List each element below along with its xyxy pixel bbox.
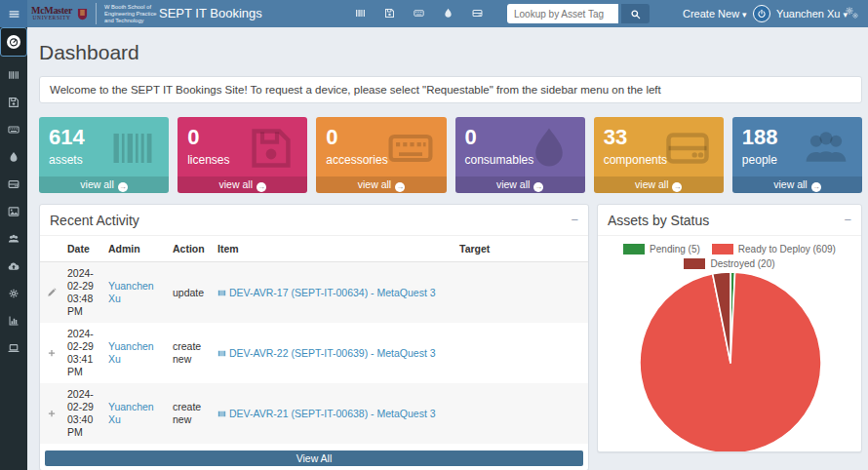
admin-link[interactable]: Yuanchen Xu (108, 401, 154, 425)
laptop-icon (8, 342, 20, 354)
sidebar-item-dashboard[interactable] (0, 27, 27, 57)
cloud-upload-icon (8, 260, 20, 272)
activity-action: update (169, 262, 214, 324)
stat-value: 33 (594, 117, 724, 150)
stat-value: 0 (455, 117, 585, 150)
chart-icon (8, 315, 20, 327)
collapse-button[interactable]: − (571, 214, 578, 226)
panels-row: Recent Activity − Date Admin Action Item… (39, 204, 862, 470)
sidebar-item-assets[interactable] (0, 61, 27, 89)
activity-target (455, 383, 588, 444)
top-navbar: McMaster UNIVERSITY W Booth School of En… (0, 0, 868, 27)
sidebar-item-requestable[interactable] (0, 334, 27, 362)
sidebar-item-components[interactable] (0, 171, 27, 198)
arrow-circle-right-icon: → (811, 182, 821, 192)
activity-date: 2024-02-29 03:41 PM (63, 323, 104, 383)
activity-target (455, 262, 588, 324)
mcmaster-wordmark: McMaster UNIVERSITY (31, 6, 72, 21)
app-title[interactable]: SEPT IT Bookings (159, 6, 262, 20)
activity-table-wrap: Date Admin Action Item Target 2024-02-29… (40, 236, 588, 447)
item-link[interactable]: DEV-AVR-22 (SEPT-IT-00639) - MetaQuest 3 (229, 347, 436, 359)
quick-nav-icons (355, 8, 483, 19)
col-icon (40, 236, 63, 262)
col-date[interactable]: Date (63, 236, 104, 262)
arrow-circle-right-icon: → (256, 182, 266, 192)
table-row: 2024-02-29 03:40 PM Yuanchen Xu create n… (40, 383, 588, 444)
activity-action: create new (169, 383, 214, 444)
view-all-link[interactable]: view all→ (316, 176, 446, 193)
view-all-link[interactable]: view all→ (732, 176, 862, 193)
search-icon (630, 9, 641, 20)
view-all-button[interactable]: View All (45, 450, 583, 466)
stat-label: components (594, 150, 724, 167)
sidebar-item-consumables[interactable] (0, 143, 27, 171)
admin-link[interactable]: Yuanchen Xu (108, 280, 154, 304)
welcome-message: Welcome to the SEPT IT Bookings Site! To… (39, 76, 862, 103)
hamburger-icon (8, 8, 20, 20)
plus-icon (47, 348, 57, 358)
sidebar-item-reports[interactable] (0, 307, 27, 334)
activity-action: create new (169, 323, 214, 383)
user-menu[interactable]: Yuanchen Xu▾ (776, 8, 848, 20)
col-target[interactable]: Target (455, 236, 588, 262)
brand-logo[interactable]: McMaster UNIVERSITY W Booth School of En… (31, 0, 165, 27)
item-link[interactable]: DEV-AVR-17 (SEPT-IT-00634) - MetaQuest 3 (229, 287, 436, 298)
panel-title: Recent Activity (50, 213, 139, 228)
col-action[interactable]: Action (169, 236, 214, 262)
item-link[interactable]: DEV-AVR-21 (SEPT-IT-00638) - MetaQuest 3 (229, 408, 436, 419)
sidebar-item-people[interactable] (0, 225, 27, 253)
stat-value: 0 (316, 117, 446, 150)
assets-by-status-panel: Assets by Status − Pending (5)Ready to D… (597, 204, 862, 452)
droplet-icon (8, 151, 20, 163)
view-all-link[interactable]: view all→ (39, 176, 169, 193)
gear-icon (8, 288, 20, 299)
stat-label: assets (39, 150, 169, 167)
licenses-floppy-icon[interactable] (384, 8, 395, 19)
collapse-button[interactable]: − (844, 214, 851, 226)
arrow-circle-right-icon: → (672, 182, 682, 192)
stat-label: licenses (178, 150, 307, 167)
plus-icon (47, 409, 57, 418)
col-admin[interactable]: Admin (104, 236, 169, 262)
search-button[interactable] (621, 4, 650, 23)
sidebar-item-import[interactable] (0, 253, 27, 280)
view-all-link[interactable]: view all→ (178, 176, 307, 193)
admin-settings-button[interactable] (845, 6, 860, 21)
sidebar-item-licenses[interactable] (0, 89, 27, 116)
stat-card-licenses: 0 licenses view all→ (178, 117, 307, 193)
view-all-link[interactable]: view all→ (594, 176, 724, 193)
table-header-row: Date Admin Action Item Target (40, 236, 588, 262)
stat-card-consumables: 0 consumables view all→ (455, 117, 585, 193)
pencil-icon (47, 288, 57, 297)
sidebar (0, 27, 27, 470)
sidebar-item-accessories[interactable] (0, 116, 27, 143)
components-hdd-icon[interactable] (472, 8, 483, 19)
create-new-menu[interactable]: Create New▾ (683, 8, 747, 20)
activity-date: 2024-02-29 03:48 PM (63, 262, 104, 324)
accessories-keyboard-icon[interactable] (414, 8, 424, 19)
avatar[interactable] (753, 5, 770, 22)
view-all-link[interactable]: view all→ (455, 176, 585, 193)
arrow-circle-right-icon: → (118, 182, 128, 192)
sidebar-toggle-button[interactable] (0, 0, 27, 27)
arrow-circle-right-icon: → (533, 182, 543, 192)
arrow-circle-right-icon: → (395, 182, 405, 192)
stat-card-people: 188 people view all→ (732, 117, 862, 193)
sidebar-item-settings[interactable] (0, 280, 27, 307)
gauge-icon (7, 35, 20, 49)
barcode-icon (217, 349, 226, 358)
activity-date: 2024-02-29 03:40 PM (63, 383, 104, 444)
consumables-droplet-icon[interactable] (443, 8, 454, 19)
stat-card-assets: 614 assets view all→ (39, 117, 169, 193)
table-row: 2024-02-29 03:41 PM Yuanchen Xu create n… (40, 323, 588, 383)
admin-link[interactable]: Yuanchen Xu (108, 340, 154, 365)
assets-barcode-icon[interactable] (355, 8, 366, 19)
asset-tag-search (507, 4, 650, 23)
image-icon (8, 206, 20, 217)
col-item[interactable]: Item (214, 236, 455, 262)
table-row: 2024-02-29 03:48 PM Yuanchen Xu update D… (40, 262, 588, 324)
sidebar-item-predefined-kits[interactable] (0, 198, 27, 225)
asset-tag-search-input[interactable] (507, 4, 618, 23)
panel-title: Assets by Status (608, 213, 709, 228)
barcode-icon (217, 289, 226, 297)
